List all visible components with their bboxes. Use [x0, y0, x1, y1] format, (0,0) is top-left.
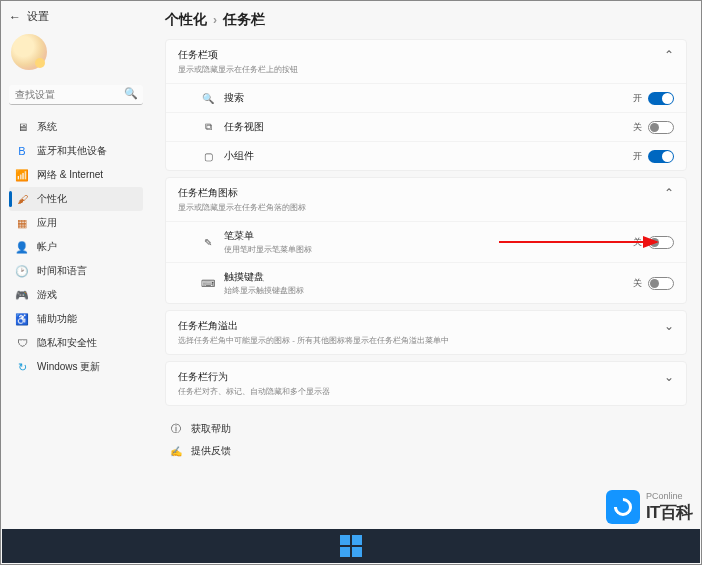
row-icon: ⌨ — [200, 278, 216, 289]
overflow-card[interactable]: 任务栏角溢出 选择任务栏角中可能显示的图标 - 所有其他图标将显示在任务栏角溢出… — [165, 310, 687, 355]
toggle-switch[interactable] — [648, 236, 674, 249]
sidebar-item[interactable]: 📶网络 & Internet — [9, 163, 143, 187]
nav-item-label: Windows 更新 — [37, 360, 100, 374]
card-title: 任务栏行为 — [178, 370, 330, 384]
toggle-state-label: 关 — [633, 121, 642, 134]
toggle-state-label: 关 — [633, 277, 642, 290]
back-arrow-icon: ← — [9, 10, 21, 24]
row-icon: 🔍 — [200, 93, 216, 104]
row-icon: ⧉ — [200, 121, 216, 133]
sidebar-item[interactable]: B蓝牙和其他设备 — [9, 139, 143, 163]
nav-item-icon: 🕑 — [15, 264, 29, 278]
nav-item-icon: 📶 — [15, 168, 29, 182]
toggle-state-label: 开 — [633, 150, 642, 163]
search-icon: 🔍 — [124, 87, 138, 100]
toggle-switch[interactable] — [648, 92, 674, 105]
card-subtitle: 显示或隐藏显示在任务栏角落的图标 — [178, 202, 306, 213]
nav-item-label: 辅助功能 — [37, 312, 77, 326]
card-title: 任务栏角溢出 — [178, 319, 449, 333]
taskbar-items-card: 任务栏项 显示或隐藏显示在任务栏上的按钮 ⌃ 🔍搜索开⧉任务视图关▢小组件开 — [165, 39, 687, 171]
watermark: PConline IT百科 — [606, 490, 693, 524]
watermark-line1: PConline — [646, 491, 693, 501]
row-label: 任务视图 — [224, 120, 633, 134]
row-icon: ▢ — [200, 151, 216, 162]
chevron-up-icon: ⌃ — [664, 186, 674, 200]
nav-item-label: 游戏 — [37, 288, 57, 302]
sidebar-item[interactable]: 👤帐户 — [9, 235, 143, 259]
toggle-state-label: 开 — [633, 92, 642, 105]
setting-row: ⧉任务视图关 — [166, 112, 686, 141]
chevron-down-icon: ⌄ — [664, 370, 674, 384]
nav-item-label: 网络 & Internet — [37, 168, 103, 182]
back-header[interactable]: ← 设置 — [9, 9, 143, 24]
chevron-right-icon: › — [213, 13, 217, 27]
chevron-up-icon: ⌃ — [664, 48, 674, 62]
card-subtitle: 显示或隐藏显示在任务栏上的按钮 — [178, 64, 298, 75]
feedback-link[interactable]: ✍ 提供反馈 — [169, 440, 687, 462]
breadcrumb-parent[interactable]: 个性化 — [165, 11, 207, 29]
footer-links: ⓘ 获取帮助 ✍ 提供反馈 — [165, 412, 687, 462]
row-subtitle: 使用笔时显示笔菜单图标 — [224, 244, 633, 255]
sidebar: ← 设置 🔍 🖥系统B蓝牙和其他设备📶网络 & Internet🖌个性化▦应用👤… — [1, 1, 149, 511]
nav-item-icon: ↻ — [15, 360, 29, 374]
nav-item-icon: 🛡 — [15, 336, 29, 350]
nav-item-icon: 🎮 — [15, 288, 29, 302]
get-help-link[interactable]: ⓘ 获取帮助 — [169, 418, 687, 440]
sidebar-item[interactable]: 🖌个性化 — [9, 187, 143, 211]
nav-item-label: 系统 — [37, 120, 57, 134]
sidebar-item[interactable]: ♿辅助功能 — [9, 307, 143, 331]
user-avatar[interactable] — [11, 34, 47, 70]
nav-item-label: 应用 — [37, 216, 57, 230]
sidebar-item[interactable]: ▦应用 — [9, 211, 143, 235]
row-icon: ✎ — [200, 237, 216, 248]
main-content: 个性化 › 任务栏 任务栏项 显示或隐藏显示在任务栏上的按钮 ⌃ 🔍搜索开⧉任务… — [149, 1, 701, 511]
sidebar-item[interactable]: 🖥系统 — [9, 115, 143, 139]
sidebar-item[interactable]: ↻Windows 更新 — [9, 355, 143, 379]
toggle-state-label: 关 — [633, 236, 642, 249]
nav-item-icon: 👤 — [15, 240, 29, 254]
card-subtitle: 选择任务栏角中可能显示的图标 - 所有其他图标将显示在任务栏角溢出菜单中 — [178, 335, 449, 346]
card-header[interactable]: 任务栏角图标 显示或隐藏显示在任务栏角落的图标 ⌃ — [166, 178, 686, 221]
nav-item-icon: B — [15, 144, 29, 158]
nav-item-icon: ♿ — [15, 312, 29, 326]
start-button-icon[interactable] — [340, 535, 362, 557]
nav-item-label: 帐户 — [37, 240, 57, 254]
watermark-line2: IT百科 — [646, 501, 693, 524]
card-subtitle: 任务栏对齐、标记、自动隐藏和多个显示器 — [178, 386, 330, 397]
nav-item-label: 个性化 — [37, 192, 67, 206]
corner-icons-card: 任务栏角图标 显示或隐藏显示在任务栏角落的图标 ⌃ ✎笔菜单使用笔时显示笔菜单图… — [165, 177, 687, 304]
chevron-down-icon: ⌄ — [664, 319, 674, 333]
setting-row: ⌨触摸键盘始终显示触摸键盘图标关 — [166, 262, 686, 303]
sidebar-item[interactable]: 🕑时间和语言 — [9, 259, 143, 283]
card-header[interactable]: 任务栏项 显示或隐藏显示在任务栏上的按钮 ⌃ — [166, 40, 686, 83]
nav-list: 🖥系统B蓝牙和其他设备📶网络 & Internet🖌个性化▦应用👤帐户🕑时间和语… — [9, 115, 143, 379]
setting-row: 🔍搜索开 — [166, 83, 686, 112]
nav-item-icon: 🖥 — [15, 120, 29, 134]
breadcrumb-current: 任务栏 — [223, 11, 265, 29]
row-label: 搜索 — [224, 91, 633, 105]
search-input[interactable] — [9, 85, 143, 105]
row-subtitle: 始终显示触摸键盘图标 — [224, 285, 633, 296]
toggle-switch[interactable] — [648, 277, 674, 290]
card-title: 任务栏角图标 — [178, 186, 306, 200]
row-label: 触摸键盘 — [224, 270, 633, 284]
nav-item-icon: ▦ — [15, 216, 29, 230]
feedback-icon: ✍ — [169, 446, 183, 457]
setting-row: ▢小组件开 — [166, 141, 686, 170]
setting-row: ✎笔菜单使用笔时显示笔菜单图标关 — [166, 221, 686, 262]
nav-item-icon: 🖌 — [15, 192, 29, 206]
nav-item-label: 时间和语言 — [37, 264, 87, 278]
card-title: 任务栏项 — [178, 48, 298, 62]
app-title: 设置 — [27, 9, 49, 24]
toggle-switch[interactable] — [648, 121, 674, 134]
help-icon: ⓘ — [169, 422, 183, 436]
sidebar-item[interactable]: 🎮游戏 — [9, 283, 143, 307]
search-container: 🔍 — [9, 84, 143, 105]
toggle-switch[interactable] — [648, 150, 674, 163]
nav-item-label: 蓝牙和其他设备 — [37, 144, 107, 158]
breadcrumb: 个性化 › 任务栏 — [165, 11, 687, 29]
sidebar-item[interactable]: 🛡隐私和安全性 — [9, 331, 143, 355]
taskbar[interactable] — [2, 529, 700, 563]
behavior-card[interactable]: 任务栏行为 任务栏对齐、标记、自动隐藏和多个显示器 ⌄ — [165, 361, 687, 406]
watermark-logo-icon — [606, 490, 640, 524]
